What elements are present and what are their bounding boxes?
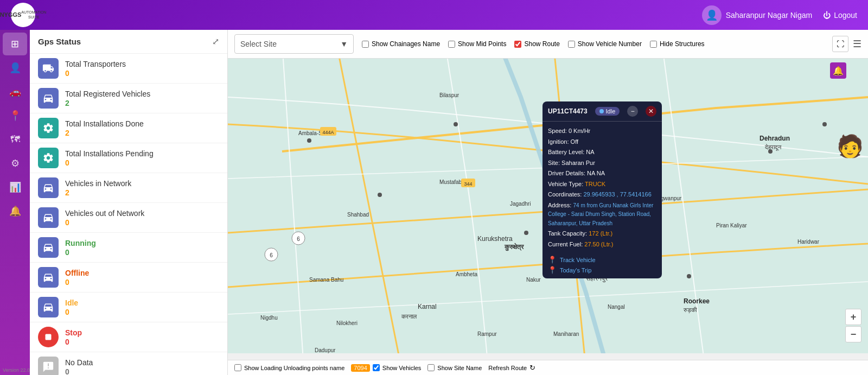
logo-icon: NYGGS AUTOMATION SUITE xyxy=(11,3,35,27)
popup-fuel: Current Fuel: 27.50 (Ltr.) xyxy=(548,240,656,249)
svg-rect-0 xyxy=(46,334,52,340)
popup-fuel-value: 27.50 (Ltr.) xyxy=(584,241,613,247)
svg-text:Kunipura: Kunipura xyxy=(385,353,407,353)
svg-text:देहरादून: देहरादून xyxy=(764,144,782,151)
sidebar-item-dashboard[interactable]: ⊞ xyxy=(3,33,27,55)
svg-text:Dadupur: Dadupur xyxy=(315,347,336,353)
refresh-route-label: Refresh Route xyxy=(488,365,527,371)
header-right: 👤 Saharanpur Nagar Nigam ⏻ Logout xyxy=(702,5,857,25)
popup-actions: 📍 Track Vehicle 📍 Today's Trip xyxy=(542,253,662,274)
svg-point-5 xyxy=(454,122,458,126)
sidebar-item-reports[interactable]: 📊 xyxy=(3,176,27,199)
popup-header: UP11CT4473 Idle − ✕ xyxy=(542,101,662,122)
icon-nav: ⊞ 👤 🚗 📍 🗺 ⚙ 📊 🔔 xyxy=(0,30,30,375)
status-item-nodata[interactable]: No Data 0 xyxy=(30,352,227,375)
map-checkbox-group: Show Chainages Name Show Mid Points Show… xyxy=(362,40,824,48)
sidebar-item-alerts[interactable]: 🔔 xyxy=(3,200,27,223)
refresh-icon[interactable]: ↻ xyxy=(529,364,535,372)
status-item-idle[interactable]: Idle 0 xyxy=(30,293,227,322)
svg-text:Piran Kaliyar: Piran Kaliyar xyxy=(716,223,747,228)
sidebar-item-vehicles[interactable]: 🚗 xyxy=(3,80,27,103)
svg-text:Nangal: Nangal xyxy=(608,304,625,310)
vehicles-out-network-count: 0 xyxy=(65,218,219,227)
installations-done-status-text: Total Installations Done 2 xyxy=(65,119,219,137)
vehicles-network-status-text: Vehicles in Network 2 xyxy=(65,179,219,197)
status-item-stop[interactable]: Stop 0 xyxy=(30,322,227,352)
svg-text:Ambheta: Ambheta xyxy=(456,271,477,277)
gps-status-panel: Gps Status ⤢ Total Transporters 0 Total … xyxy=(30,30,228,375)
show-vehicle-number-checkbox[interactable]: Show Vehicle Number xyxy=(568,40,642,48)
registered-count: 2 xyxy=(65,99,219,107)
popup-tank: Tank Capacity: 172 (Ltr.) xyxy=(548,229,656,238)
status-item-offline[interactable]: Offline 0 xyxy=(30,263,227,293)
track-vehicle-button[interactable]: 📍 Track Vehicle xyxy=(548,256,656,264)
main-layout: ⊞ 👤 🚗 📍 🗺 ⚙ 📊 🔔 Gps Status ⤢ xyxy=(0,30,868,375)
status-item-vehicles-out-network[interactable]: Vehicles out of Network 0 xyxy=(30,203,227,233)
popup-body: Speed: 0 Km/Hr Ignition: Off Battery Lev… xyxy=(542,122,662,253)
zoom-out-button[interactable]: − xyxy=(845,326,861,342)
popup-x-button[interactable]: ✕ xyxy=(646,106,656,117)
svg-text:Shahbad: Shahbad xyxy=(347,212,369,218)
running-status-text: Running 0 xyxy=(65,238,219,257)
popup-ignition: Ignition: Off xyxy=(548,137,656,147)
sidebar-item-users[interactable]: 👤 xyxy=(3,56,27,79)
vehicles-network-icon-box xyxy=(38,177,59,198)
popup-vehicle-type-value: TRUCK xyxy=(585,181,605,187)
map-background[interactable]: Ambala-Sadar Bilaspur Chhachhrauli Shahb… xyxy=(228,58,868,353)
show-site-name-checkbox[interactable]: Show Site Name xyxy=(427,364,482,371)
show-vehicles-checkbox[interactable]: 7094 Show Vehicles xyxy=(351,364,421,372)
popup-status-badge: Idle xyxy=(595,107,620,116)
notification-bell-icon[interactable]: 🔔 xyxy=(830,62,846,79)
popup-status-label: Idle xyxy=(606,108,616,115)
installations-pending-label: Total Installations Pending xyxy=(65,149,219,158)
show-mid-points-checkbox[interactable]: Show Mid Points xyxy=(448,40,506,48)
alerts-icon: 🔔 xyxy=(9,205,21,217)
svg-text:Nakur: Nakur xyxy=(526,277,541,283)
todays-trip-button[interactable]: 📍 Today's Trip xyxy=(548,266,656,274)
show-route-checkbox[interactable]: Show Route xyxy=(514,40,559,48)
nodata-label: No Data xyxy=(65,358,219,367)
idle-status-dot xyxy=(599,109,604,113)
popup-close-button[interactable]: − xyxy=(627,106,638,117)
refresh-route-checkbox[interactable]: Refresh Route ↻ xyxy=(488,364,535,372)
sidebar-item-location[interactable]: 📍 xyxy=(3,104,27,127)
stop-label: Stop xyxy=(65,328,219,338)
map-container[interactable]: Select Site ▼ Show Chainages Name Show M… xyxy=(228,30,868,375)
zoom-in-button[interactable]: + xyxy=(845,309,861,325)
vehicles-icon: 🚗 xyxy=(9,86,21,98)
status-item-vehicles-network[interactable]: Vehicles in Network 2 xyxy=(30,173,227,203)
select-site-dropdown[interactable]: Select Site ▼ xyxy=(234,34,354,54)
svg-point-6 xyxy=(524,231,528,235)
vehicles-count-badge: 7094 xyxy=(351,364,369,372)
svg-text:6: 6 xyxy=(270,252,273,258)
location-icon: 📍 xyxy=(9,110,21,122)
hamburger-menu-icon[interactable]: ☰ xyxy=(853,38,861,50)
installations-done-icon-box xyxy=(38,118,59,138)
svg-point-4 xyxy=(378,193,382,197)
expand-icon[interactable]: ⤢ xyxy=(212,36,219,47)
show-site-name-label: Show Site Name xyxy=(437,365,482,371)
status-item-running[interactable]: Running 0 xyxy=(30,233,227,263)
svg-text:6: 6 xyxy=(297,236,300,242)
svg-text:कुरुक्षेत्र: कुरुक्षेत्र xyxy=(504,243,524,251)
nodata-status-text: No Data 0 xyxy=(65,358,219,375)
show-chainages-checkbox[interactable]: Show Chainages Name xyxy=(362,40,440,48)
sidebar-item-route[interactable]: 🗺 xyxy=(3,128,27,151)
logout-button[interactable]: ⏻ Logout xyxy=(823,11,857,20)
svg-point-10 xyxy=(822,122,827,126)
fullscreen-button[interactable]: ⛶ xyxy=(832,36,848,52)
show-loading-unloading-checkbox[interactable]: Show Loading Unloading points name xyxy=(234,364,344,371)
status-item-installations-done[interactable]: Total Installations Done 2 xyxy=(30,113,227,143)
status-item-transporters[interactable]: Total Transporters 0 xyxy=(30,54,227,84)
sidebar-item-settings[interactable]: ⚙ xyxy=(3,152,27,175)
registered-icon-box xyxy=(38,88,59,109)
svg-text:रुड़की: रुड़की xyxy=(683,307,697,314)
map-top-bar: Select Site ▼ Show Chainages Name Show M… xyxy=(228,30,868,59)
hide-structures-checkbox[interactable]: Hide Structures xyxy=(650,40,705,48)
svg-text:Dehradun: Dehradun xyxy=(760,135,790,142)
svg-text:344: 344 xyxy=(464,181,472,187)
status-item-registered[interactable]: Total Registered Vehicles 2 xyxy=(30,84,227,113)
offline-count: 0 xyxy=(65,278,219,287)
popup-speed: Speed: 0 Km/Hr xyxy=(548,126,656,136)
status-item-installations-pending[interactable]: Total Installations Pending 0 xyxy=(30,143,227,173)
